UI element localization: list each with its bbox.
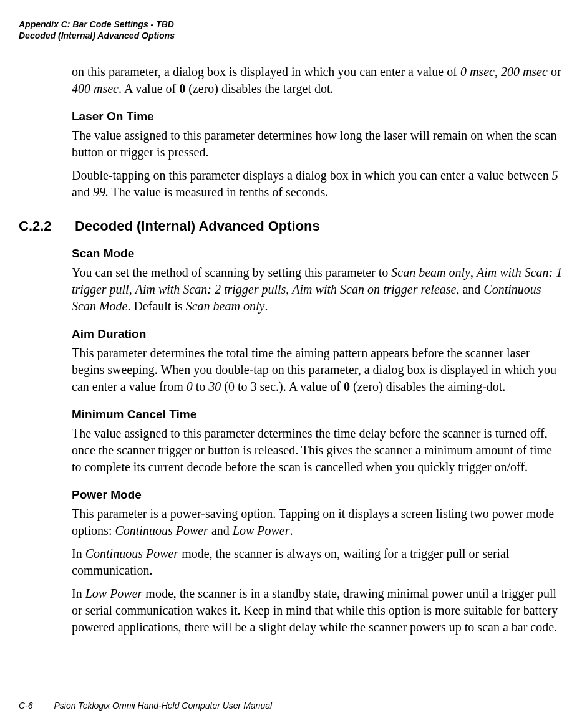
value-zero: 0: [179, 82, 185, 95]
value-5: 5: [552, 168, 558, 182]
text: or: [548, 65, 561, 79]
value-scan-beam-only: Scan beam only: [391, 266, 470, 279]
heading-laser-on-time: Laser On Time: [72, 110, 563, 123]
laser-on-time-p2: Double-tapping on this parameter display…: [72, 167, 563, 201]
section-title: Decoded (Internal) Advanced Options: [75, 218, 320, 234]
text: ,: [495, 65, 501, 79]
laser-on-time-p1: The value assigned to this parameter det…: [72, 127, 563, 161]
text: .: [289, 524, 293, 537]
text: mode, the scanner is in a standby state,…: [72, 587, 558, 634]
value-continuous-power: Continuous Power: [115, 524, 208, 537]
power-mode-p1: This parameter is a power-saving option.…: [72, 505, 563, 539]
value-aim-release: Aim with Scan on trigger release: [292, 282, 456, 296]
heading-min-cancel-time: Minimum Cancel Time: [72, 408, 563, 421]
text: ,: [286, 282, 292, 296]
value-low-power: Low Power: [85, 587, 143, 600]
scan-mode-paragraph: You can set the method of scanning by se…: [72, 264, 563, 315]
header-line-2: Decoded (Internal) Advanced Options: [19, 30, 563, 41]
power-mode-p2: In Continuous Power mode, the scanner is…: [72, 545, 563, 579]
heading-aim-duration: Aim Duration: [72, 327, 563, 341]
text: and: [72, 185, 93, 199]
text: (0 to 3 sec.). A value of: [221, 380, 344, 393]
value-400msec: 400 msec: [72, 82, 119, 95]
heading-scan-mode: Scan Mode: [72, 247, 563, 261]
text: .: [264, 299, 268, 313]
section-number: C.2.2: [19, 218, 75, 234]
page-content: on this parameter, a dialog box is displ…: [72, 64, 563, 636]
value-0msec: 0 msec: [460, 65, 495, 79]
text: (zero) disables the aiming-dot.: [350, 380, 505, 393]
text: and: [208, 524, 233, 537]
text: In: [72, 547, 85, 560]
value-200msec: 200 msec: [501, 65, 548, 79]
text: ,: [129, 282, 135, 296]
text: ,: [470, 266, 477, 279]
text: . A value of: [119, 82, 179, 95]
value-low-power: Low Power: [233, 524, 290, 537]
text: . Default is: [127, 299, 185, 313]
value-continuous-power: Continuous Power: [85, 547, 178, 560]
intro-paragraph: on this parameter, a dialog box is displ…: [72, 64, 563, 97]
text: (zero) disables the target dot.: [185, 82, 333, 95]
value-0: 0: [187, 380, 193, 393]
footer-title: Psion Teklogix Omnii Hand-Held Computer …: [54, 701, 272, 711]
value-zero: 0: [344, 380, 350, 393]
value-30: 30: [208, 380, 221, 393]
text: on this parameter, a dialog box is displ…: [72, 65, 460, 79]
page-number: C-6: [19, 701, 33, 711]
aim-duration-paragraph: This parameter determines the total time…: [72, 345, 563, 395]
page-footer: C-6 Psion Teklogix Omnii Hand-Held Compu…: [19, 701, 272, 711]
text: In: [72, 587, 85, 600]
text: to: [193, 380, 209, 393]
power-mode-p3: In Low Power mode, the scanner is in a s…: [72, 585, 563, 636]
value-aim-2-trigger: Aim with Scan: 2 trigger pulls: [135, 282, 286, 296]
section-heading-c22: C.2.2 Decoded (Internal) Advanced Option…: [19, 218, 563, 234]
value-default: Scan beam only: [186, 299, 265, 313]
header-line-1: Appendix C: Bar Code Settings - TBD: [19, 19, 563, 30]
text: The value is measured in tenths of secon…: [109, 185, 328, 199]
value-99: 99.: [93, 185, 109, 199]
text: Double-tapping on this parameter display…: [72, 168, 552, 182]
page-header: Appendix C: Bar Code Settings - TBD Deco…: [19, 19, 563, 41]
min-cancel-paragraph: The value assigned to this parameter det…: [72, 425, 563, 476]
heading-power-mode: Power Mode: [72, 488, 563, 502]
text: , and: [456, 282, 483, 296]
text: You can set the method of scanning by se…: [72, 266, 391, 279]
